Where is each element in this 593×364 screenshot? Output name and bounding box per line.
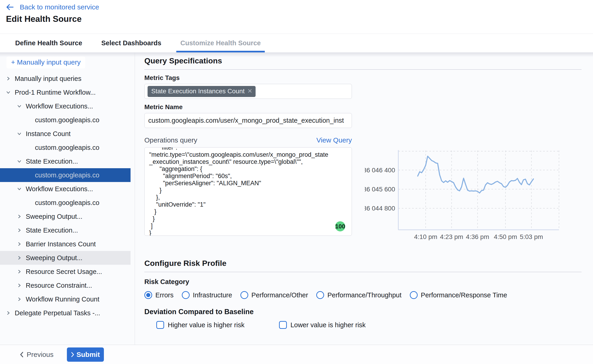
risk-radio-performance-throughput[interactable]: Performance/Throughput: [316, 291, 401, 299]
deviation-checkbox-lower-value-is-higher-risk[interactable]: Lower value is higher risk: [279, 321, 366, 329]
chevron-right-icon: [18, 228, 22, 233]
tab-define-health-source[interactable]: Define Health Source: [11, 34, 86, 52]
tree-item[interactable]: Workflow Executions...: [0, 99, 130, 113]
metric-name-input[interactable]: [144, 113, 352, 128]
tree-item-label: custom.googleapis.co: [35, 144, 99, 151]
tree-item-label: Delegate Perpetual Tasks -...: [15, 309, 100, 317]
tree-item[interactable]: Resource Constraint...: [0, 279, 130, 292]
query-tree-sidebar: + Manually input query Manually input qu…: [0, 52, 135, 345]
chevron-down-icon: [18, 104, 22, 109]
tree-item[interactable]: Instance Count: [0, 127, 130, 141]
tree-item-label: Workflow Executions...: [26, 185, 93, 193]
tree-item[interactable]: Resource Secret Usage...: [0, 265, 130, 279]
previous-button[interactable]: Previous: [20, 351, 53, 358]
deviation-checkbox-group: Higher value is higher riskLower value i…: [144, 321, 581, 329]
radio-button-icon[interactable]: [182, 291, 190, 299]
chevron-right-icon: [18, 269, 22, 274]
tree-item-label: Instance Count: [26, 130, 71, 138]
submit-button[interactable]: Submit: [67, 347, 104, 362]
tree-item[interactable]: Workflow Running Count: [0, 292, 130, 306]
section-divider: [144, 272, 581, 272]
radio-label: Infrastructure: [193, 291, 232, 299]
checkbox-icon[interactable]: [156, 321, 164, 329]
radio-button-icon[interactable]: [316, 291, 324, 299]
back-link-label: Back to monitored service: [20, 3, 99, 11]
page-header: Back to monitored service Edit Health So…: [0, 0, 593, 33]
tree-item[interactable]: Delegate Perpetual Tasks -...: [0, 306, 130, 320]
remove-tag-icon[interactable]: ✕: [247, 88, 252, 95]
radio-button-icon[interactable]: [144, 291, 152, 299]
tree-item[interactable]: State Execution...: [0, 154, 130, 168]
checkbox-icon[interactable]: [279, 321, 287, 329]
tree-item[interactable]: custom.googleapis.co: [0, 113, 130, 127]
tree-item[interactable]: Barrier Instances Count: [0, 237, 130, 251]
risk-radio-performance-response-time[interactable]: Performance/Response Time: [410, 291, 507, 299]
deviation-checkbox-higher-value-is-higher-risk[interactable]: Higher value is higher risk: [156, 321, 245, 329]
tree-item[interactable]: Prod-1 Runtime Workflow...: [0, 85, 130, 99]
tree-item-label: Barrier Instances Count: [26, 240, 96, 248]
svg-text:36 044 800: 36 044 800: [365, 205, 395, 212]
chevron-down-icon: [18, 159, 22, 164]
tab-select-dashboards[interactable]: Select Dashboards: [97, 34, 165, 52]
view-query-link[interactable]: View Query: [316, 136, 352, 144]
tree-item-label: Sweeping Output...: [26, 254, 83, 262]
metric-tags-label: Metric Tags: [144, 74, 581, 82]
svg-text:4:50 pm: 4:50 pm: [494, 233, 517, 240]
query-specifications-title: Query Specifications: [144, 56, 581, 65]
tree-item-label: State Execution...: [26, 227, 78, 234]
tree-item[interactable]: Sweeping Output...: [0, 210, 130, 223]
radio-label: Performance/Other: [251, 291, 308, 299]
operations-query-label: Operations query: [144, 136, 197, 144]
tree-item-label: custom.googleapis.co: [35, 116, 99, 124]
radio-label: Performance/Response Time: [421, 291, 507, 299]
back-arrow-icon: [6, 4, 14, 11]
tree-item-label: State Execution...: [26, 158, 78, 165]
tree-item-label: Sweeping Output...: [26, 213, 83, 220]
chevron-down-icon: [18, 131, 22, 136]
radio-button-icon[interactable]: [241, 291, 248, 299]
svg-text:36 045 600: 36 045 600: [365, 186, 395, 193]
chevron-right-icon: [18, 283, 22, 288]
operations-query-text: "filter": "metric.type=\"custom.googleap…: [144, 147, 352, 236]
tree-item[interactable]: State Execution...: [0, 223, 130, 237]
chevron-down-icon: [18, 187, 22, 191]
tree-item[interactable]: custom.googleapis.co: [0, 168, 130, 182]
metric-tag-chip: State Execution Instances Count ✕: [148, 86, 256, 97]
risk-radio-performance-other[interactable]: Performance/Other: [241, 291, 308, 299]
deviation-baseline-label: Deviation Compared to Baseline: [144, 308, 581, 316]
radio-button-icon[interactable]: [410, 291, 418, 299]
tree-item[interactable]: custom.googleapis.co: [0, 196, 130, 210]
svg-text:36 046 400: 36 046 400: [365, 167, 395, 174]
tree-item[interactable]: custom.googleapis.co: [0, 141, 130, 154]
svg-text:4:10 pm: 4:10 pm: [414, 233, 437, 240]
tab-customize-health-source[interactable]: Customize Health Source: [176, 34, 265, 52]
radio-label: Performance/Throughput: [327, 291, 401, 299]
timeseries-chart-svg: 36 044 80036 045 60036 046 4004:10 pm4:2…: [365, 145, 583, 244]
metric-tags-input[interactable]: State Execution Instances Count ✕: [144, 84, 352, 99]
back-to-monitored-service-link[interactable]: Back to monitored service: [6, 3, 99, 11]
checkbox-label: Lower value is higher risk: [291, 321, 366, 329]
operations-query-editor[interactable]: "filter": "metric.type=\"custom.googleap…: [144, 147, 352, 236]
main-panel: Query Specifications Metric Tags State E…: [135, 52, 593, 345]
tree-item[interactable]: Workflow Executions...: [0, 182, 130, 196]
tree-item-label: Prod-1 Runtime Workflow...: [15, 89, 96, 96]
risk-category-radio-group: ErrorsInfrastructurePerformance/OtherPer…: [144, 291, 581, 299]
tree-item-label: custom.googleapis.co: [35, 171, 99, 179]
svg-text:5:03 pm: 5:03 pm: [520, 233, 543, 240]
risk-radio-errors[interactable]: Errors: [144, 291, 174, 299]
tree-item[interactable]: Sweeping Output...: [0, 251, 130, 265]
previous-button-label: Previous: [27, 351, 53, 358]
tree-item-label: custom.googleapis.co: [35, 199, 99, 207]
wizard-footer: Previous Submit: [0, 345, 593, 364]
content-area: + Manually input query Manually input qu…: [0, 52, 593, 345]
tree-item-label: Resource Constraint...: [26, 282, 92, 289]
svg-text:4:36 pm: 4:36 pm: [466, 233, 489, 240]
tree-item[interactable]: Manually input queries: [0, 72, 130, 85]
wizard-tabbar: Define Health Source Select Dashboards C…: [0, 33, 593, 52]
tree-item-label: Manually input queries: [15, 75, 81, 83]
add-manual-query-button[interactable]: + Manually input query: [7, 57, 85, 68]
query-tree: Manually input queriesProd-1 Runtime Wor…: [0, 72, 135, 320]
risk-radio-infrastructure[interactable]: Infrastructure: [182, 291, 232, 299]
tree-item-label: Resource Secret Usage...: [26, 268, 102, 275]
chevron-right-icon: [7, 311, 11, 315]
